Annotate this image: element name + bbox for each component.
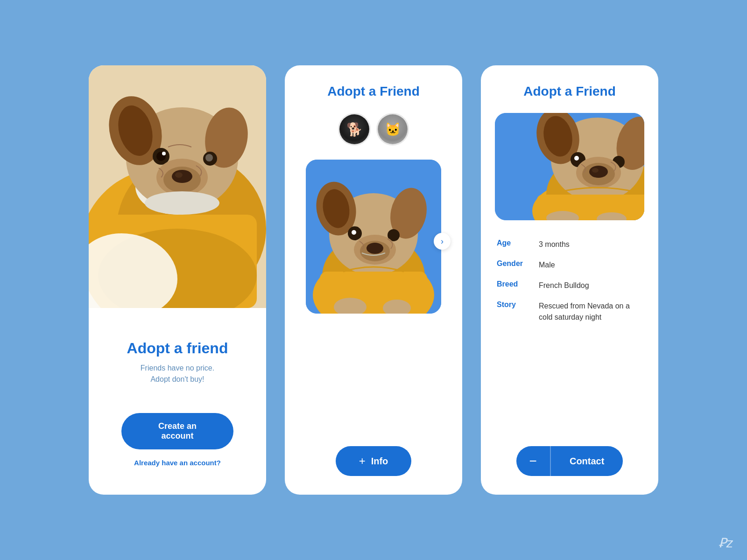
card1-title: Adopt a friend <box>127 340 228 357</box>
create-account-button[interactable]: Create an account <box>121 413 233 449</box>
pet-avatars-row: 🐕 🐱 <box>338 113 409 146</box>
info-row: BreedFrench Bulldog <box>495 275 644 296</box>
info-field-value: Rescued from Nevada on a cold saturday n… <box>537 296 644 328</box>
info-field-label: Gender <box>495 255 537 275</box>
svg-point-46 <box>574 156 579 161</box>
pet-avatar-1[interactable]: 🐕 <box>338 113 371 146</box>
info-field-label: Breed <box>495 275 537 296</box>
designer-signature: Ꝑz <box>719 535 733 551</box>
svg-point-33 <box>366 243 383 254</box>
card1-content: Adopt a friend Friends have no price. Ad… <box>89 289 266 495</box>
info-field-value: French Bulldog <box>537 275 644 296</box>
info-field-value: Male <box>537 255 644 275</box>
adopt-card: Adopt a Friend 🐕 🐱 <box>285 65 462 495</box>
card2-title: Adopt a Friend <box>327 84 420 99</box>
minimize-button[interactable]: − <box>516 446 550 476</box>
featured-pet-image <box>306 160 441 314</box>
info-row: StoryRescued from Nevada on a cold satur… <box>495 296 644 328</box>
info-button[interactable]: + Info <box>336 446 412 476</box>
next-pet-button[interactable]: › <box>434 233 451 250</box>
dog-photo-svg <box>306 160 441 314</box>
cat-avatar-icon: 🐱 <box>378 114 408 144</box>
plus-icon: + <box>359 455 366 468</box>
svg-point-16 <box>175 172 183 178</box>
svg-point-50 <box>589 166 608 178</box>
svg-point-10 <box>162 152 166 155</box>
contact-button[interactable]: Contact <box>550 446 623 476</box>
landing-card: Adopt a friend Friends have no price. Ad… <box>89 65 266 495</box>
info-button-label: Info <box>371 456 388 467</box>
card3-title: Adopt a Friend <box>523 84 616 99</box>
svg-point-12 <box>205 154 213 161</box>
card1-subtitle: Friends have no price. Adopt don't buy! <box>141 363 214 385</box>
info-field-label: Story <box>495 296 537 328</box>
pet-detail-image <box>495 113 644 220</box>
info-row: Age3 months <box>495 234 644 255</box>
svg-point-51 <box>592 168 599 173</box>
login-link[interactable]: Already have an account? <box>134 459 221 467</box>
svg-point-29 <box>352 230 356 235</box>
pet-avatar-2[interactable]: 🐱 <box>376 113 409 146</box>
svg-point-17 <box>145 191 219 215</box>
pet-detail-svg <box>495 113 644 220</box>
info-field-value: 3 months <box>537 234 644 255</box>
info-row: GenderMale <box>495 255 644 275</box>
action-buttons: − Contact <box>516 446 623 476</box>
pet-info-table: Age3 monthsGenderMaleBreedFrench Bulldog… <box>495 234 644 328</box>
info-field-label: Age <box>495 234 537 255</box>
dog-background <box>89 65 266 308</box>
svg-point-15 <box>172 170 192 183</box>
pet-detail-card: Adopt a Friend <box>481 65 658 495</box>
dog-avatar-icon: 🐕 <box>339 114 369 144</box>
